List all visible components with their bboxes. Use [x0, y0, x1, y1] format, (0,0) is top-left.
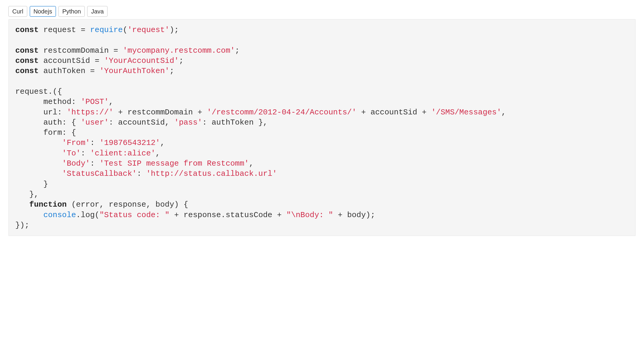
log-str1: "Status code: ": [99, 211, 170, 220]
val-url-path: '/restcomm/2012-04-24/Accounts/': [207, 108, 356, 117]
var-restcomm-domain: restcommDomain: [43, 46, 109, 55]
key-status-callback: 'StatusCallback': [62, 169, 137, 178]
val-body: 'Test SIP message from Restcomm': [99, 159, 249, 168]
key-auth: auth: [43, 118, 62, 127]
val-url-scheme: 'https://': [67, 108, 114, 117]
key-body: 'Body': [62, 159, 90, 168]
str-auth-token: 'YourAuthToken': [99, 66, 170, 75]
str-request-module: 'request': [128, 25, 170, 34]
ref-account-sid: accountSid: [371, 108, 417, 117]
var-request: request: [43, 25, 76, 34]
log-fn: log: [81, 211, 95, 220]
body-var: body: [347, 211, 366, 220]
call-request: request: [15, 87, 48, 96]
str-account-sid: 'YourAccountSid': [104, 56, 179, 65]
keyword-const: const: [15, 46, 39, 55]
ref-account-sid-2: accountSid: [118, 118, 165, 127]
tab-python[interactable]: Python: [58, 6, 85, 17]
log-str2: "\nBody: ": [286, 211, 333, 220]
var-auth-token: authToken: [43, 66, 85, 75]
console-obj: console: [43, 211, 76, 220]
val-to: 'client:alice': [90, 149, 155, 158]
key-form: form: [43, 128, 62, 137]
key-to: 'To': [62, 149, 81, 158]
val-status-callback: 'http://status.callback.url': [146, 169, 277, 178]
key-user: 'user': [81, 118, 109, 127]
key-method: method: [43, 97, 72, 106]
tab-curl[interactable]: Curl: [8, 6, 27, 17]
str-restcomm-domain: 'mycompany.restcomm.com': [123, 46, 235, 55]
resp-statuscode: response.statusCode: [184, 211, 272, 220]
keyword-const: const: [15, 56, 39, 65]
val-from: '19876543212': [99, 138, 160, 147]
code-content: const request = require('request'); cons…: [15, 25, 629, 230]
code-block[interactable]: const request = require('request'); cons…: [8, 19, 636, 236]
tab-nodejs[interactable]: Nodejs: [30, 6, 56, 17]
language-tabs: Curl Nodejs Python Java: [8, 6, 636, 17]
ref-auth-token: authToken: [211, 118, 253, 127]
key-from: 'From': [62, 138, 90, 147]
tab-java[interactable]: Java: [87, 6, 108, 17]
keyword-const: const: [15, 66, 39, 75]
keyword-function: function: [29, 200, 67, 209]
val-url-tail: '/SMS/Messages': [431, 108, 501, 117]
val-method: 'POST': [81, 97, 109, 106]
ref-restcomm-domain: restcommDomain: [128, 108, 193, 117]
callback-params: (error, response, body): [71, 200, 179, 209]
var-account-sid: accountSid: [43, 56, 90, 65]
key-pass: 'pass': [174, 118, 202, 127]
fn-require: require: [90, 25, 123, 34]
key-url: url: [43, 108, 58, 117]
code-snippet-panel: Curl Nodejs Python Java const request = …: [0, 0, 644, 242]
keyword-const: const: [15, 25, 39, 34]
